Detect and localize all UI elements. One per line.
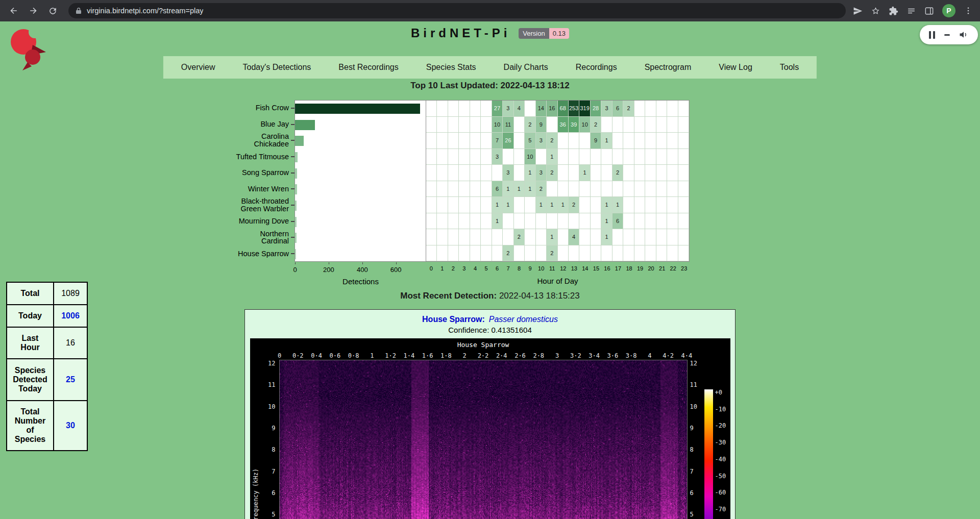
heat-cell [678,117,689,133]
heat-cell [569,213,579,230]
heat-cell [678,213,689,230]
heat-cell [459,213,470,230]
colorbar [704,389,713,519]
heat-cell [591,213,601,230]
top10-chart: Fish CrowBlue JayCarolina ChickadeeTufte… [233,100,690,262]
heat-cell [645,197,656,213]
hour-tick-label: 3 [462,265,465,271]
send-button[interactable] [853,6,863,16]
heat-cell: 3 [601,101,612,117]
heat-cell [656,165,667,181]
reload-button[interactable] [44,2,61,19]
nav-item-tools[interactable]: Tools [766,63,813,72]
colorbar-tick: -70 [715,506,726,513]
heat-cell [503,229,513,245]
address-bar[interactable]: virginia.birdnetpi.com/?stream=play [68,3,846,18]
heat-cell [470,101,481,117]
heat-cell [525,197,535,213]
version-label: Version [519,28,549,39]
nav-item-daily-charts[interactable]: Daily Charts [490,63,562,72]
profile-avatar[interactable]: P [942,4,955,17]
nav-item-overview[interactable]: Overview [167,63,229,72]
heat-cell [547,181,557,197]
heat-cell [569,149,579,165]
heat-cell [558,181,569,197]
hour-tick-label: 4 [474,265,477,271]
stats-value-link[interactable]: 1006 [54,305,87,327]
player-progress-dash[interactable] [944,34,950,36]
bar-fish-crow [295,104,420,114]
heat-cell [558,245,569,262]
reload-icon [48,6,58,16]
heat-cell: 2 [612,165,623,181]
nav-item-species-stats[interactable]: Species Stats [412,63,490,72]
species-link[interactable]: House Sparrow: [422,315,485,324]
heat-cell [459,133,470,149]
heat-cell [678,149,689,165]
heat-cell [667,133,678,149]
back-button[interactable] [5,2,22,19]
heat-cell [448,133,459,149]
heat-cell [634,101,645,117]
nav-item-view-log[interactable]: View Log [705,63,766,72]
hour-tick-label: 23 [681,265,687,271]
reading-list-button[interactable] [906,6,916,16]
hour-tick-label: 21 [659,265,665,271]
heat-cell: 36 [558,117,569,133]
heat-cell: 1 [536,197,547,213]
stats-value-link[interactable]: 30 [54,401,87,451]
browser-menu-button[interactable] [964,6,973,15]
heat-cell [656,229,667,245]
nav-item-spectrogram[interactable]: Spectrogram [631,63,705,72]
heat-cell [667,165,678,181]
species-label: Carolina Chickadee [233,132,295,149]
heat-cell [448,213,459,230]
axis-tick [291,108,295,109]
heat-cell [481,133,492,149]
heat-cell [514,165,525,181]
volume-button[interactable] [959,30,969,40]
extensions-button[interactable] [889,6,898,16]
heat-cell: 6 [612,101,623,117]
species-label-text: Song Sparrow [242,169,289,177]
most-recent-value: 2022-04-13 18:15:23 [499,291,580,301]
side-panel-button[interactable] [924,6,934,16]
heat-cell [459,181,470,197]
pause-button[interactable] [929,31,935,39]
heat-cell: 1 [503,197,513,213]
heat-cell [459,117,470,133]
hour-tick-label: 15 [593,265,599,271]
hour-tick-label: 2 [452,265,455,271]
heat-cell [623,213,634,230]
heat-cell: 39 [569,117,579,133]
species-label-text: Tufted Titmouse [236,153,289,161]
heat-cell [634,229,645,245]
nav-item-recordings[interactable]: Recordings [562,63,631,72]
heat-cell [569,181,579,197]
forward-button[interactable] [24,2,42,19]
heat-cell [678,229,689,245]
nav-item-today-s-detections[interactable]: Today's Detections [229,63,325,72]
heat-cell [667,101,678,117]
stats-value-link[interactable]: 25 [54,359,87,401]
heat-cell [612,117,623,133]
bar-axis-tick [329,262,329,264]
bar-northern-cardinal [295,233,297,243]
bookmark-button[interactable] [871,6,880,16]
heat-cell: 1 [492,213,503,230]
heat-cell [667,181,678,197]
stats-label: Species Detected Today [7,359,54,401]
confidence-text: Confidence: 0.41351604 [245,326,735,334]
bar-axis-tick-label: 200 [323,266,334,274]
hourly-heatmap: 2734141668253319283621011293639102726532… [426,100,690,262]
heat-cell [470,181,481,197]
heat-cell [448,181,459,197]
species-label-text: Winter Wren [248,185,289,193]
heat-cell [437,149,448,165]
heat-cell [459,101,470,117]
nav-item-best-recordings[interactable]: Best Recordings [325,63,412,72]
scientific-name-link[interactable]: Passer domesticus [489,315,558,324]
heat-cell: 16 [547,101,557,117]
spec-x-tick: 2 [463,352,467,359]
species-label: Fish Crow [233,100,295,116]
